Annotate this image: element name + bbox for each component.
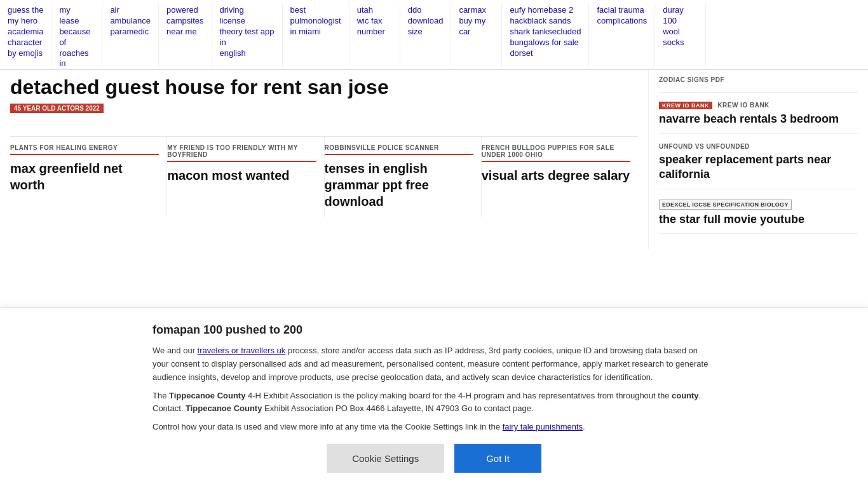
section-link-robbinsville[interactable]: tenses in english grammar ppt free downl…: [325, 160, 473, 210]
nav-item-utah-wic[interactable]: utah wic fax number: [349, 3, 400, 67]
page-title: detached guest house for rent san jose: [10, 76, 638, 98]
right-text-unfound[interactable]: speaker replacement parts near californi…: [659, 152, 858, 182]
section-french-bulldog: FRENCH BULLDOG PUPPIES FOR SALE UNDER 10…: [482, 137, 638, 217]
nav-item-facial-trauma[interactable]: facial trauma complications: [589, 3, 655, 67]
nav-item-driving-license[interactable]: driving license theory test app in engli…: [212, 3, 283, 67]
nav-item-air-ambulance[interactable]: air ambulance paramedic: [102, 3, 159, 67]
section-robbinsville: ROBBINSVILLE POLICE SCANNER tenses in en…: [325, 137, 482, 217]
left-column: detached guest house for rent san jose 4…: [0, 70, 648, 249]
section-link-my-friend[interactable]: macon most wanted: [167, 167, 316, 184]
nav-item-duray-100[interactable]: duray 100 wool socks: [655, 3, 706, 67]
right-label-zodiac: ZODIAC SIGNS PDF: [659, 76, 858, 83]
right-text-edexcel[interactable]: the star full movie youtube: [659, 212, 858, 227]
section-link-french-bulldog[interactable]: visual arts degree salary: [482, 167, 630, 184]
section-label-plants: PLANTS FOR HEALING ENERGY: [10, 144, 159, 155]
nav-item-powered-campsites[interactable]: powered campsites near me: [159, 3, 212, 67]
right-item-edexcel: EDEXCEL IGCSE SPECIFICATION BIOLOGY the …: [659, 198, 858, 234]
right-item-unfound: UNFOUND VS UNFOUNDED speaker replacement…: [659, 143, 858, 189]
right-column: ZODIAC SIGNS PDF KREW IO BANK KREW IO BA…: [648, 70, 868, 249]
nav-item-ddo-download[interactable]: ddo download size: [400, 3, 452, 67]
main-content: detached guest house for rent san jose 4…: [0, 70, 868, 249]
nav-item-best-pulmonologist[interactable]: best pulmonologist in miami: [283, 3, 349, 67]
nav-item-carmax[interactable]: carmax buy my car: [451, 3, 502, 67]
nav-item-my-lease[interactable]: my lease because of roaches in florida: [51, 3, 102, 67]
right-label-edexcel: EDEXCEL IGCSE SPECIFICATION BIOLOGY: [659, 200, 792, 210]
top-navigation: guess the my hero academia character by …: [0, 0, 868, 70]
section-label-french-bulldog: FRENCH BULLDOG PUPPIES FOR SALE UNDER 10…: [482, 144, 630, 162]
section-link-plants[interactable]: max greenfield net worth: [10, 160, 159, 193]
nav-item-guess-the[interactable]: guess the my hero academia character by …: [0, 3, 51, 67]
right-label-navarre: KREW IO BANK KREW IO BANK: [659, 102, 858, 109]
right-item-navarre: KREW IO BANK KREW IO BANK navarre beach …: [659, 102, 858, 134]
section-label-robbinsville: ROBBINSVILLE POLICE SCANNER: [325, 144, 473, 155]
right-label-navarre-text: KREW IO BANK: [717, 102, 770, 109]
section-plants: PLANTS FOR HEALING ENERGY max greenfield…: [10, 137, 167, 217]
right-label-unfound: UNFOUND VS UNFOUNDED: [659, 143, 858, 150]
section-my-friend: MY FRIEND IS TOO FRIENDLY WITH MY BOYFRI…: [167, 137, 324, 217]
nav-item-eufy-homebase[interactable]: eufy homebase 2 hackblack sands shark ta…: [502, 3, 589, 67]
sections-row: PLANTS FOR HEALING ENERGY max greenfield…: [10, 136, 638, 217]
page-badge: 45 year old actors 2022: [10, 104, 104, 113]
section-label-my-friend: MY FRIEND IS TOO FRIENDLY WITH MY BOYFRI…: [167, 144, 316, 162]
right-item-zodiac: ZODIAC SIGNS PDF: [659, 76, 858, 93]
krew-badge: KREW IO BANK: [659, 102, 712, 109]
right-text-navarre[interactable]: navarre beach rentals 3 bedroom: [659, 112, 858, 126]
